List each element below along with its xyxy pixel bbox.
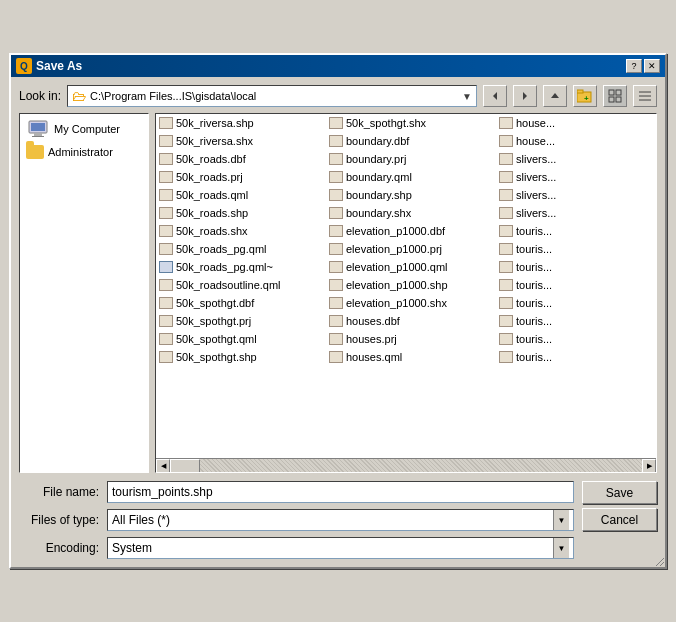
file-list-scroll[interactable]: 50k_riversa.shp 50k_riversa.shx 50k_road… xyxy=(156,114,656,458)
list-item[interactable]: elevation_p1000.prj xyxy=(326,240,496,258)
list-item[interactable]: slivers... xyxy=(496,168,656,186)
svg-rect-7 xyxy=(616,90,621,95)
svg-marker-2 xyxy=(551,93,559,98)
encoding-select[interactable]: System ▼ xyxy=(107,537,574,559)
list-item[interactable]: 50k_roads.prj xyxy=(156,168,326,186)
file-column-3: house... house... slivers... slivers... … xyxy=(496,114,656,458)
list-item[interactable]: houses.prj xyxy=(326,330,496,348)
horizontal-scrollbar[interactable]: ◀ ▶ xyxy=(156,458,656,472)
bottom-row: File name: Files of type: All Files (*) … xyxy=(19,481,657,559)
left-item-administrator[interactable]: Administrator xyxy=(22,142,146,162)
resize-grip[interactable] xyxy=(653,555,665,567)
file-icon xyxy=(499,171,513,183)
list-item[interactable]: 50k_spothgt.shp xyxy=(156,348,326,366)
file-column-2: 50k_spothgt.shx boundary.dbf boundary.pr… xyxy=(326,114,496,458)
scroll-left-btn[interactable]: ◀ xyxy=(156,459,170,473)
list-item[interactable]: 50k_spothgt.prj xyxy=(156,312,326,330)
svg-rect-6 xyxy=(609,90,614,95)
back-button[interactable] xyxy=(483,85,507,107)
list-item[interactable]: touris... xyxy=(496,240,656,258)
file-icon xyxy=(159,171,173,183)
svg-line-17 xyxy=(656,558,664,566)
file-icon xyxy=(159,351,173,363)
list-item[interactable]: boundary.dbf xyxy=(326,132,496,150)
up-button[interactable] xyxy=(543,85,567,107)
left-item-label-administrator: Administrator xyxy=(48,146,113,158)
filetype-select[interactable]: All Files (*) ▼ xyxy=(107,509,574,531)
file-icon xyxy=(499,135,513,147)
list-item[interactable]: 50k_roads.shx xyxy=(156,222,326,240)
file-icon xyxy=(329,189,343,201)
detail-view-button[interactable] xyxy=(633,85,657,107)
computer-icon xyxy=(26,119,50,139)
list-item[interactable]: 50k_roads_pg.qml xyxy=(156,240,326,258)
save-button[interactable]: Save xyxy=(582,481,657,504)
scroll-thumb[interactable] xyxy=(170,459,200,473)
svg-marker-0 xyxy=(493,92,497,100)
list-item[interactable]: houses.dbf xyxy=(326,312,496,330)
file-icon xyxy=(159,261,173,273)
list-item[interactable]: slivers... xyxy=(496,186,656,204)
left-item-label-my-computer: My Computer xyxy=(54,123,120,135)
list-item[interactable]: boundary.shp xyxy=(326,186,496,204)
list-item[interactable]: touris... xyxy=(496,258,656,276)
list-item[interactable]: 50k_roadsoutline.qml xyxy=(156,276,326,294)
forward-button[interactable] xyxy=(513,85,537,107)
new-folder-button[interactable]: + xyxy=(573,85,597,107)
list-item[interactable]: 50k_roads.qml xyxy=(156,186,326,204)
list-item[interactable]: house... xyxy=(496,114,656,132)
list-item[interactable]: house... xyxy=(496,132,656,150)
file-icon xyxy=(499,207,513,219)
list-item[interactable]: touris... xyxy=(496,330,656,348)
file-icon xyxy=(159,207,173,219)
list-item[interactable]: elevation_p1000.dbf xyxy=(326,222,496,240)
list-item[interactable]: 50k_spothgt.qml xyxy=(156,330,326,348)
list-item[interactable]: 50k_spothgt.dbf xyxy=(156,294,326,312)
left-item-my-computer[interactable]: My Computer xyxy=(22,116,146,142)
list-item[interactable]: elevation_p1000.qml xyxy=(326,258,496,276)
file-icon xyxy=(159,297,173,309)
dialog-icon: Q xyxy=(16,58,32,74)
list-item[interactable]: touris... xyxy=(496,312,656,330)
filename-input[interactable] xyxy=(107,481,574,503)
fields-section: File name: Files of type: All Files (*) … xyxy=(19,481,574,559)
scroll-track[interactable] xyxy=(170,459,642,473)
svg-rect-14 xyxy=(31,123,45,131)
cancel-button[interactable]: Cancel xyxy=(582,508,657,531)
list-item[interactable]: boundary.prj xyxy=(326,150,496,168)
list-item[interactable]: touris... xyxy=(496,276,656,294)
file-list-container: 50k_riversa.shp 50k_riversa.shx 50k_road… xyxy=(155,113,657,473)
file-icon xyxy=(329,135,343,147)
file-icon xyxy=(499,297,513,309)
list-item[interactable]: touris... xyxy=(496,222,656,240)
close-button[interactable]: ✕ xyxy=(644,59,660,73)
list-item[interactable]: 50k_riversa.shp xyxy=(156,114,326,132)
list-item[interactable]: 50k_roads.dbf xyxy=(156,150,326,168)
path-text: C:\Program Files...IS\gisdata\local xyxy=(90,90,458,102)
list-item[interactable]: houses.qml xyxy=(326,348,496,366)
list-view-button[interactable] xyxy=(603,85,627,107)
file-icon xyxy=(499,261,513,273)
path-dropdown[interactable]: 🗁 C:\Program Files...IS\gisdata\local ▼ xyxy=(67,85,477,107)
list-item[interactable]: 50k_spothgt.shx xyxy=(326,114,496,132)
list-item[interactable]: 50k_roads.shp xyxy=(156,204,326,222)
file-icon xyxy=(159,333,173,345)
list-item[interactable]: 50k_roads_pg.qml~ xyxy=(156,258,326,276)
list-item[interactable]: touris... xyxy=(496,294,656,312)
list-item[interactable]: 50k_riversa.shx xyxy=(156,132,326,150)
help-button[interactable]: ? xyxy=(626,59,642,73)
svg-rect-8 xyxy=(609,97,614,102)
list-item[interactable]: slivers... xyxy=(496,150,656,168)
list-item[interactable]: elevation_p1000.shx xyxy=(326,294,496,312)
list-item[interactable]: elevation_p1000.shp xyxy=(326,276,496,294)
svg-marker-1 xyxy=(523,92,527,100)
svg-rect-16 xyxy=(32,136,44,137)
list-item[interactable]: boundary.shx xyxy=(326,204,496,222)
svg-line-18 xyxy=(660,562,664,566)
scroll-right-btn[interactable]: ▶ xyxy=(642,459,656,473)
list-item[interactable]: boundary.qml xyxy=(326,168,496,186)
file-icon xyxy=(499,279,513,291)
title-bar: Q Save As ? ✕ xyxy=(11,55,665,77)
list-item[interactable]: slivers... xyxy=(496,204,656,222)
list-item[interactable]: touris... xyxy=(496,348,656,366)
